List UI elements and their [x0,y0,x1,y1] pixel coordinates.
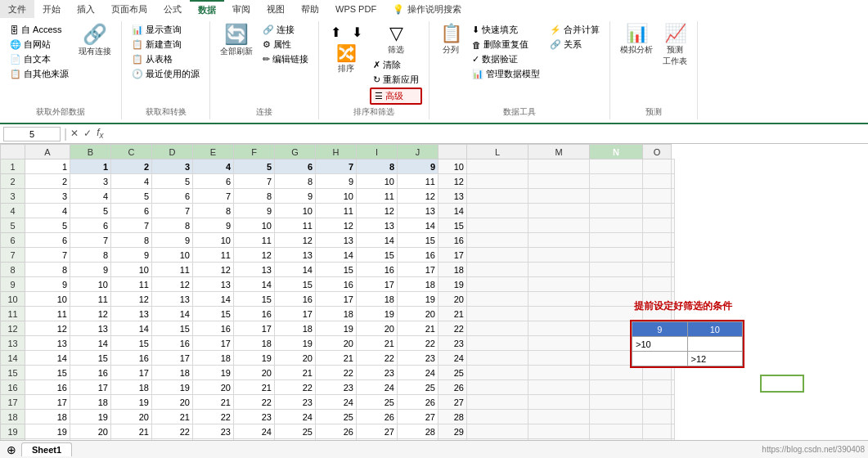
cancel-icon[interactable]: ✕ [70,128,79,139]
table-cell[interactable]: 12 [398,189,438,204]
table-cell[interactable]: 8 [193,204,234,218]
table-cell[interactable] [528,218,590,233]
table-cell[interactable] [643,189,672,204]
table-cell[interactable]: 23 [398,351,438,366]
tab-search[interactable]: 💡 操作说明搜索 [385,0,470,18]
table-cell[interactable]: 13 [316,233,357,248]
table-cell[interactable] [590,174,643,189]
table-cell[interactable]: 18 [152,366,193,380]
table-cell[interactable] [528,277,590,292]
row-header-1[interactable]: 1 [1,159,25,174]
table-cell[interactable]: 14 [316,248,357,263]
table-cell[interactable] [467,439,528,441]
table-cell[interactable]: 24 [357,380,398,395]
table-cell[interactable] [672,233,675,248]
table-cell[interactable] [528,159,590,174]
table-cell[interactable] [590,410,643,424]
table-cell[interactable]: 21 [70,439,111,441]
table-cell[interactable]: 17 [234,321,275,336]
row-header-14[interactable]: 14 [1,351,25,366]
table-cell[interactable]: 6 [111,204,152,218]
table-cell[interactable] [467,204,528,218]
table-cell[interactable]: 14 [234,277,275,292]
table-cell[interactable]: 29 [398,439,438,441]
sort-asc-btn[interactable]: ⬆ [326,23,345,42]
table-cell[interactable]: 11 [25,307,70,321]
table-cell[interactable]: 15 [398,233,438,248]
tab-page-layout[interactable]: 页面布局 [103,0,155,18]
table-cell[interactable]: 16 [152,336,193,351]
table-cell[interactable]: 18 [275,321,316,336]
table-cell[interactable]: 7 [25,248,70,263]
table-cell[interactable]: 16 [111,351,152,366]
table-cell[interactable]: 24 [398,366,438,380]
row-header-17[interactable]: 17 [1,395,25,410]
table-cell[interactable] [590,189,643,204]
table-cell[interactable]: 4 [111,174,152,189]
connect-btn[interactable]: 🔗 连接 [259,23,312,37]
table-cell[interactable]: 14 [70,336,111,351]
other-sources-btn[interactable]: 📋 自其他来源 [7,67,72,81]
table-cell[interactable]: 18 [357,292,398,307]
scroll-container[interactable]: A B C D E F G H I J L M N O [0,144,868,440]
from-table-btn[interactable]: 📋 从表格 [128,52,203,66]
table-cell[interactable]: 13 [438,189,467,204]
col-I[interactable]: I [357,145,398,159]
table-cell[interactable] [467,159,528,174]
table-cell[interactable]: 17 [70,380,111,395]
row-header-11[interactable]: 11 [1,307,25,321]
edit-links-btn[interactable]: ✏ 编辑链接 [259,52,312,66]
recent-source-btn[interactable]: 🕐 最近使用的源 [128,67,203,81]
table-cell[interactable]: 17 [152,351,193,366]
website-btn[interactable]: 🌐 自网站 [7,38,72,52]
table-cell[interactable]: 9 [234,204,275,218]
table-cell[interactable]: 18 [25,410,70,424]
table-cell[interactable]: 15 [193,307,234,321]
table-cell[interactable]: 14 [438,204,467,218]
table-cell[interactable]: 17 [357,277,398,292]
row-header-9[interactable]: 9 [1,277,25,292]
table-cell[interactable]: 22 [316,366,357,380]
table-cell[interactable]: 12 [234,248,275,263]
table-cell[interactable]: 13 [152,292,193,307]
table-cell[interactable]: 25 [275,424,316,439]
table-cell[interactable]: 21 [234,380,275,395]
table-cell[interactable]: 27 [357,424,398,439]
table-cell[interactable]: 8 [25,263,70,277]
table-cell[interactable]: 1 [25,159,70,174]
table-cell[interactable]: 17 [275,307,316,321]
table-cell[interactable]: 3 [70,174,111,189]
table-cell[interactable]: 26 [438,380,467,395]
table-cell[interactable]: 7 [193,189,234,204]
table-cell[interactable] [672,395,675,410]
reapply-btn[interactable]: ↻ 重新应用 [370,73,422,87]
row-header-19[interactable]: 19 [1,424,25,439]
table-cell[interactable]: 10 [111,263,152,277]
table-cell[interactable]: 10 [275,204,316,218]
table-cell[interactable]: 9 [275,189,316,204]
table-cell[interactable]: 13 [25,336,70,351]
table-cell[interactable]: 9 [70,263,111,277]
table-cell[interactable]: 21 [316,351,357,366]
table-cell[interactable]: 22 [152,424,193,439]
table-cell[interactable] [643,248,672,263]
row-header-7[interactable]: 7 [1,248,25,263]
table-cell[interactable]: 13 [357,218,398,233]
table-cell[interactable] [643,218,672,233]
col-B[interactable]: B [70,145,111,159]
table-cell[interactable] [672,277,675,292]
manage-model-btn[interactable]: 📊 管理数据模型 [469,67,543,81]
table-cell[interactable] [467,351,528,366]
tab-formula[interactable]: 公式 [155,0,190,18]
table-cell[interactable] [672,439,675,441]
table-cell[interactable] [672,424,675,439]
table-cell[interactable]: 4 [70,189,111,204]
show-query-btn[interactable]: 📊 显示查询 [128,23,203,37]
table-cell[interactable]: 15 [25,366,70,380]
table-cell[interactable]: 24 [234,424,275,439]
table-cell[interactable]: 11 [357,189,398,204]
table-cell[interactable]: 21 [438,307,467,321]
table-cell[interactable]: 19 [316,321,357,336]
col-K[interactable] [438,145,467,159]
table-cell[interactable]: 21 [152,410,193,424]
